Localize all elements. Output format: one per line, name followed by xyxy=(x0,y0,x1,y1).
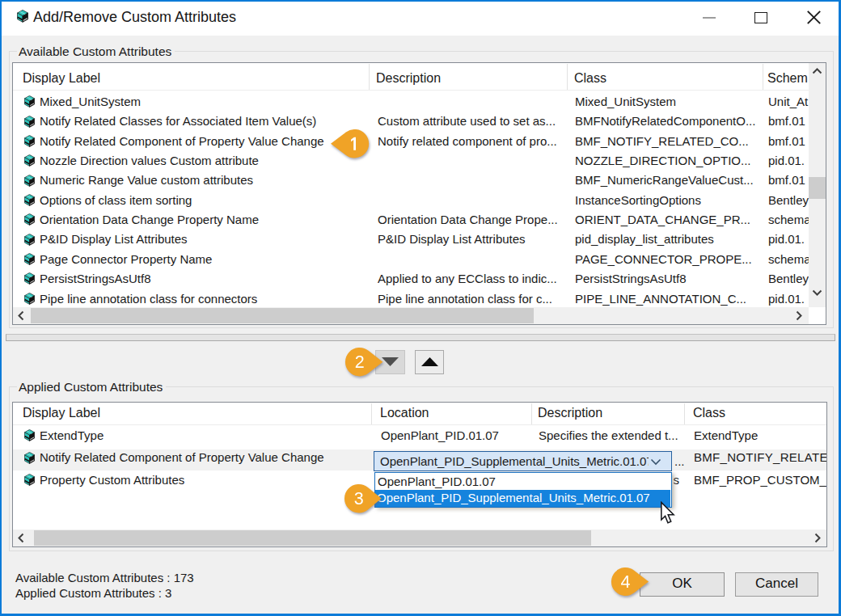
svg-text:4: 4 xyxy=(621,572,631,592)
svg-text:2: 2 xyxy=(355,352,365,372)
svg-text:3: 3 xyxy=(354,489,364,508)
